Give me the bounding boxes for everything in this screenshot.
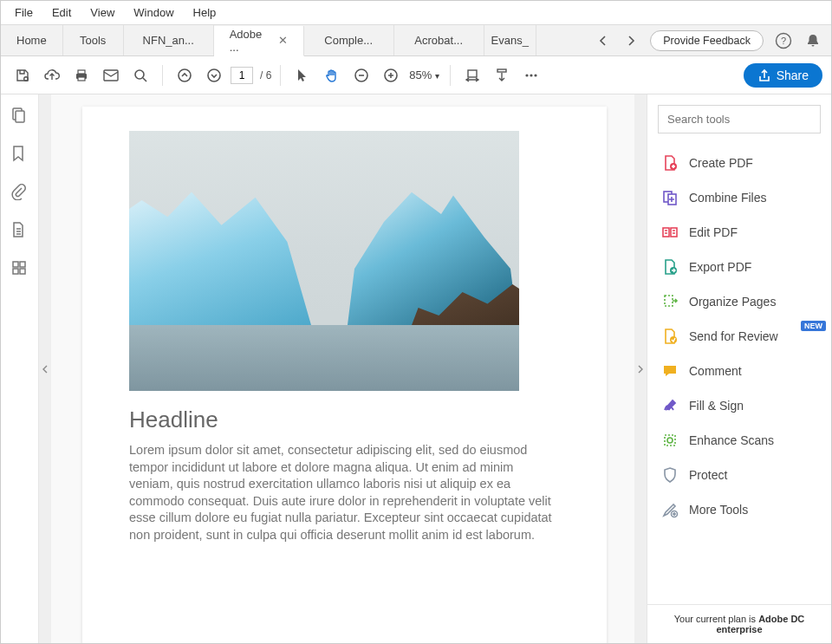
svg-point-9 — [208, 69, 220, 81]
svg-rect-13 — [497, 69, 506, 72]
svg-point-32 — [667, 438, 673, 443]
pointer-icon[interactable] — [289, 62, 315, 88]
svg-point-7 — [135, 70, 144, 79]
more-icon — [661, 501, 679, 518]
svg-rect-6 — [104, 70, 118, 81]
close-icon[interactable]: ✕ — [278, 34, 288, 47]
document-icon[interactable] — [10, 221, 29, 240]
svg-point-15 — [530, 74, 532, 76]
search-icon[interactable] — [127, 62, 153, 88]
new-badge: NEW — [801, 321, 826, 331]
tab-home[interactable]: Home — [1, 25, 63, 55]
tool-label: Protect — [689, 468, 727, 482]
hand-icon[interactable] — [319, 62, 345, 88]
tabright: Provide Feedback ? — [586, 25, 831, 55]
menu-help[interactable]: Help — [185, 3, 225, 23]
share-icon — [757, 68, 771, 82]
tools-list: Create PDFCombine FilesEdit PDFExport PD… — [647, 140, 831, 604]
tab-file-0[interactable]: NFN_an... — [124, 25, 214, 55]
plan-text-prefix: Your current plan is — [674, 614, 758, 624]
tool-organize[interactable]: Organize Pages — [647, 284, 831, 319]
document-headline: Headline — [129, 407, 560, 433]
export-icon — [661, 258, 679, 276]
tool-export[interactable]: Export PDF — [647, 250, 831, 284]
tool-create[interactable]: Create PDF — [647, 146, 831, 180]
tool-label: More Tools — [689, 503, 748, 517]
toolbar: / 6 85% ▾ Share — [1, 56, 831, 94]
save-icon[interactable] — [10, 62, 36, 88]
share-button[interactable]: Share — [744, 63, 822, 88]
svg-point-8 — [179, 69, 191, 81]
share-label: Share — [777, 68, 809, 82]
zoom-in-icon[interactable] — [378, 62, 404, 88]
tab-bar: Home Tools NFN_an... Adobe ...✕ Comple..… — [1, 25, 831, 56]
fit-width-icon[interactable] — [459, 62, 485, 88]
svg-point-14 — [525, 74, 528, 76]
page-down-icon[interactable] — [201, 62, 227, 88]
tool-label: Combine Files — [689, 191, 766, 205]
help-icon[interactable]: ? — [774, 31, 793, 50]
zoom-out-icon[interactable] — [348, 62, 374, 88]
page-total-label: / 6 — [260, 69, 271, 81]
thumbnails-icon[interactable] — [10, 107, 29, 126]
svg-rect-12 — [468, 70, 477, 77]
more-tools-icon[interactable] — [518, 62, 544, 88]
mail-icon[interactable] — [98, 62, 124, 88]
document-page: Headline Lorem ipsum dolor sit amet, con… — [82, 107, 607, 643]
create-icon — [661, 154, 679, 172]
tool-edit[interactable]: Edit PDF — [647, 215, 831, 250]
page-up-icon[interactable] — [172, 62, 198, 88]
svg-rect-26 — [663, 228, 669, 237]
review-icon — [661, 328, 679, 345]
scan-icon — [661, 432, 679, 449]
menu-edit[interactable]: Edit — [43, 3, 80, 23]
prev-tab-button[interactable] — [595, 32, 612, 49]
tool-scan[interactable]: Enhance Scans — [647, 423, 831, 458]
tool-comment[interactable]: Comment — [647, 354, 831, 388]
tool-protect[interactable]: Protect — [647, 458, 831, 492]
layers-icon[interactable] — [10, 259, 29, 278]
tab-tools[interactable]: Tools — [63, 25, 124, 55]
document-area: Headline Lorem ipsum dolor sit amet, con… — [39, 94, 647, 643]
tool-more[interactable]: More Tools — [647, 492, 831, 527]
tool-label: Create PDF — [689, 156, 753, 170]
search-tools-input[interactable] — [658, 105, 821, 133]
print-icon[interactable] — [68, 62, 94, 88]
menu-view[interactable]: View — [81, 3, 123, 23]
menu-window[interactable]: Window — [125, 3, 182, 23]
svg-rect-18 — [16, 111, 24, 122]
tab-file-1[interactable]: Adobe ...✕ — [214, 26, 304, 56]
tool-label: Enhance Scans — [689, 433, 774, 447]
tool-label: Edit PDF — [689, 225, 738, 239]
tab-file-2-label: Comple... — [324, 34, 373, 47]
attachment-icon[interactable] — [10, 183, 29, 202]
tab-file-2[interactable]: Comple... — [304, 25, 394, 55]
svg-rect-22 — [20, 269, 25, 274]
right-panel: Create PDFCombine FilesEdit PDFExport PD… — [647, 94, 831, 643]
document-body: Lorem ipsum dolor sit amet, consectetur … — [129, 442, 560, 543]
zoom-level-select[interactable]: 85% ▾ — [407, 67, 441, 83]
svg-rect-21 — [13, 269, 18, 274]
left-gutter-toggle[interactable] — [39, 94, 51, 643]
tool-review[interactable]: Send for ReviewNEW — [647, 319, 831, 354]
bell-icon[interactable] — [803, 31, 822, 50]
tool-sign[interactable]: Fill & Sign — [647, 388, 831, 423]
feedback-button[interactable]: Provide Feedback — [650, 30, 764, 51]
cloud-upload-icon[interactable] — [39, 62, 65, 88]
sign-icon — [661, 397, 679, 414]
combine-icon — [661, 189, 679, 206]
tool-combine[interactable]: Combine Files — [647, 180, 831, 215]
menu-bar: File Edit View Window Help — [1, 1, 831, 25]
svg-point-2 — [24, 76, 29, 81]
tool-label: Export PDF — [689, 260, 751, 274]
right-gutter-toggle[interactable] — [634, 94, 647, 643]
scroll-mode-icon[interactable] — [489, 62, 515, 88]
next-tab-button[interactable] — [622, 32, 640, 49]
tab-file-3[interactable]: Acrobat... — [394, 25, 484, 55]
page-number-input[interactable] — [231, 67, 253, 84]
bookmark-icon[interactable] — [10, 145, 29, 164]
tab-file-4[interactable]: Evans_ — [484, 25, 536, 55]
left-panel — [1, 94, 39, 643]
menu-file[interactable]: File — [6, 3, 42, 23]
page-canvas[interactable]: Headline Lorem ipsum dolor sit amet, con… — [51, 94, 634, 643]
